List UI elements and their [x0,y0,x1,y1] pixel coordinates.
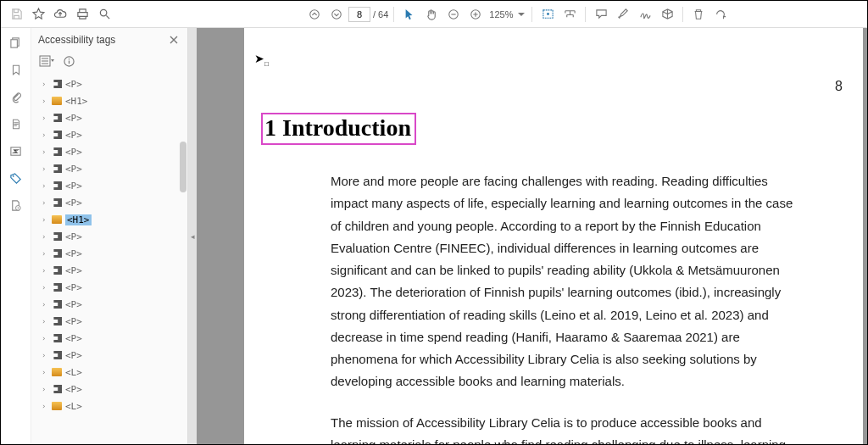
tree-row[interactable]: ›<L> [31,398,187,414]
chevron-right-icon[interactable]: › [42,385,48,393]
rail-pages-icon[interactable] [7,33,25,52]
zoom-dropdown-icon[interactable] [516,4,526,25]
chevron-right-icon[interactable]: › [42,283,48,292]
chevron-right-icon[interactable]: › [42,131,48,139]
page-number-label: 8 [835,79,843,94]
heading-tag-icon [52,97,62,105]
svg-point-10 [13,175,14,176]
paragraph-tag-icon [52,317,62,325]
tree-row[interactable]: ›<L> [31,364,187,381]
sign-icon[interactable] [635,4,655,25]
print-icon[interactable] [72,4,92,25]
heading-tag-icon [52,402,62,410]
highlight-icon[interactable] [613,4,633,25]
tree-row[interactable]: ›<P> [31,109,187,126]
svg-point-1 [310,9,320,19]
save-icon[interactable] [6,4,26,25]
chevron-right-icon[interactable]: › [42,181,48,190]
tree-row[interactable]: ›<P> [31,160,187,177]
tags-tree[interactable]: ›<P>›<H1>›<P>›<P>›<P>›<P>›<P>›<P>›<H1>›<… [31,74,187,444]
paragraph-tag-icon [52,283,62,292]
tree-row[interactable]: ›<P> [31,75,187,92]
page-number-field: / 64 [348,7,388,22]
panel-collapse-handle[interactable]: ◂ [188,28,197,444]
document-viewport[interactable]: ➤□ 8 1 Introduction More and more people… [197,28,867,444]
tree-row[interactable]: ›<P> [31,347,187,364]
heading-tag-icon [52,215,62,224]
zoom-out-icon[interactable] [443,4,464,25]
chevron-right-icon[interactable]: › [42,249,48,258]
tree-row[interactable]: ›<H1> [31,92,187,109]
tree-row[interactable]: ›<P> [31,126,187,143]
tree-row[interactable]: ›<P> [31,330,187,347]
tree-row[interactable]: ›<P> [31,143,187,160]
chevron-right-icon[interactable]: › [42,317,48,325]
zoom-in-icon[interactable] [465,4,486,25]
chevron-right-icon[interactable]: › [42,334,48,342]
cloud-upload-icon[interactable] [50,4,70,25]
search-icon[interactable] [94,4,114,25]
tag-label: <P> [65,299,82,310]
rotate-icon[interactable] [710,4,731,25]
doc-paragraph: More and more people are facing challeng… [331,170,805,393]
read-mode-icon[interactable] [537,4,558,25]
tree-row[interactable]: ›<P> [31,228,187,245]
comment-icon[interactable] [591,4,611,25]
chevron-right-icon[interactable]: › [42,368,48,376]
panel-options-icon[interactable] [38,53,55,69]
tag-label: <P> [65,197,82,209]
zoom-level[interactable]: 125% [489,9,513,19]
tree-row[interactable]: ›<P> [31,177,187,194]
chevron-right-icon[interactable]: › [42,351,48,359]
page-up-icon[interactable] [304,4,325,25]
panel-close-icon[interactable] [167,33,181,47]
star-icon[interactable] [28,4,48,25]
rail-bookmark-icon[interactable] [7,60,25,79]
paragraph-tag-icon [52,351,62,359]
chevron-right-icon[interactable]: › [42,147,48,156]
tree-row[interactable]: ›<P> [31,262,187,279]
tree-row[interactable]: ›<P> [31,313,187,330]
delete-icon[interactable] [688,4,709,25]
tag-label: <L> [65,367,82,378]
tree-row[interactable]: ›<H1> [31,211,187,228]
rail-doc-icon[interactable] [7,114,25,133]
paragraph-tag-icon [52,266,62,275]
chevron-right-icon[interactable]: › [42,114,48,122]
svg-point-14 [68,58,69,58]
chevron-right-icon[interactable]: › [42,300,48,309]
page-total: 64 [378,9,388,19]
doc-paragraph: The mission of Accessibility Library Cel… [331,412,805,445]
pointer-tool-icon[interactable] [399,4,420,25]
chevron-right-icon[interactable]: › [42,164,48,173]
tree-row[interactable]: ›<P> [31,245,187,262]
chevron-right-icon[interactable]: › [42,215,48,224]
tag-label: <P> [65,350,82,361]
tag-label: <P> [65,147,82,158]
paragraph-tag-icon [52,164,62,173]
chevron-right-icon[interactable]: › [42,402,48,410]
rail-attach-icon[interactable] [7,87,25,106]
reflow-icon[interactable] [559,4,580,25]
hand-tool-icon[interactable] [421,4,442,25]
page-current-input[interactable] [348,7,370,22]
chevron-right-icon[interactable]: › [42,80,48,88]
tree-row[interactable]: ›<P> [31,279,187,296]
chevron-right-icon[interactable]: › [42,266,48,275]
tag-label: <P> [65,333,82,344]
tree-row[interactable]: ›<P> [31,381,187,398]
chevron-right-icon[interactable]: › [42,97,48,105]
rail-tags-icon[interactable] [7,169,25,187]
stamp-icon[interactable] [657,4,677,25]
svg-point-6 [547,13,549,15]
tree-row[interactable]: ›<P> [31,296,187,313]
tree-row[interactable]: ›<P> [31,194,187,211]
panel-title: Accessibility tags [38,34,115,46]
chevron-right-icon[interactable]: › [42,232,48,241]
tree-scrollbar-thumb[interactable] [180,142,186,192]
rail-z-icon[interactable] [7,142,25,160]
chevron-right-icon[interactable]: › [42,198,48,207]
rail-secure-icon[interactable] [7,196,25,214]
page-down-icon[interactable] [326,4,347,25]
panel-info-icon[interactable] [62,54,75,68]
